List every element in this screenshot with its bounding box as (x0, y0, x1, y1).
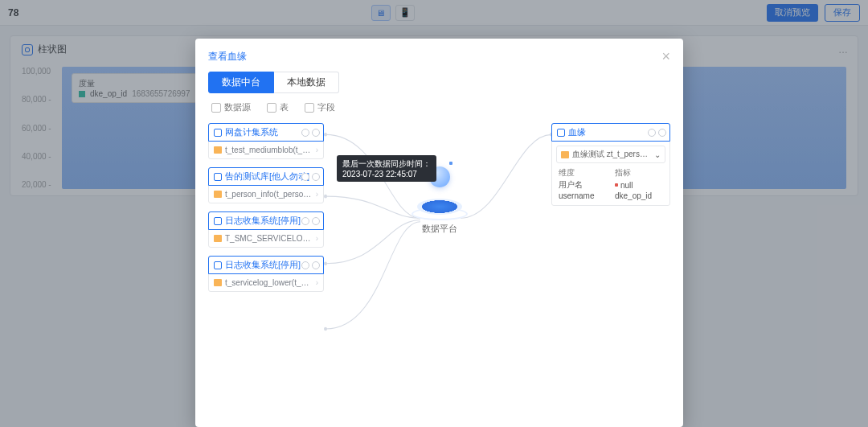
source-node[interactable]: 日志收集系统[停用] t_servicelog_lower(t_servicel… (208, 256, 324, 292)
table-icon (214, 235, 222, 242)
filter-label: 表 (280, 101, 289, 113)
chevron-right-icon[interactable]: › (316, 234, 318, 243)
source-column: 网盘计集系统 t_test_mediumblob(t_test_mediumbl… (208, 123, 324, 292)
source-node[interactable]: 网盘计集系统 t_test_mediumblob(t_test_mediumbl… (208, 123, 324, 159)
table-name: t_person_info(t_person_info) (225, 190, 313, 199)
source-node[interactable]: 告的测试库[他人勿动] t_person_info(t_person_info)… (208, 167, 324, 203)
lineage-modal: 查看血缘 × 数据中台 本地数据 数据源 表 字段 (195, 39, 683, 427)
tab-midplatform[interactable]: 数据中台 (208, 72, 274, 93)
filter-field[interactable]: 字段 (305, 101, 335, 113)
met-cell: dke_op_id (615, 191, 663, 200)
field-table: 维度 指标 用户名 null username dke_op_id (552, 163, 669, 205)
table-icon (214, 146, 222, 154)
table-name: t_servicelog_lower(t_servicelog_lo (225, 278, 313, 287)
datasource-icon (214, 129, 222, 137)
info-icon[interactable] (301, 261, 309, 269)
table-icon (267, 103, 276, 113)
filter-table[interactable]: 表 (267, 101, 289, 113)
target-column: 血缘 血缘测试 zt_t_person_info ⌄ 维度 指标 用户名 nul… (551, 123, 670, 206)
svg-point-3 (324, 327, 327, 331)
datasource-icon (214, 173, 222, 181)
expand-icon[interactable] (658, 129, 666, 137)
field-icon (305, 103, 314, 113)
filter-label: 字段 (317, 101, 335, 113)
null-icon (615, 183, 618, 187)
table-name: T_SMC_SERVICELOG_HISTORY(T_SMC_SERVICELO… (225, 234, 313, 243)
expand-icon[interactable] (312, 173, 320, 181)
filter-label: 数据源 (224, 101, 251, 113)
dim-cell: username (559, 191, 607, 200)
table-name: t_test_mediumblob(t_test_mediumblob) (225, 146, 313, 154)
modal-header: 查看血缘 × (195, 39, 683, 72)
info-icon[interactable] (648, 129, 656, 137)
expand-icon[interactable] (312, 129, 320, 137)
datasource-icon (557, 129, 565, 137)
tooltip-line: 2023-07-23 22:45:07 (342, 170, 431, 179)
info-icon[interactable] (301, 217, 309, 225)
datasource-icon (214, 261, 222, 269)
table-icon (561, 151, 569, 158)
table-icon (214, 279, 222, 286)
target-select[interactable]: 血缘测试 zt_t_person_info ⌄ (556, 146, 665, 163)
svg-point-1 (324, 195, 327, 199)
tab-local[interactable]: 本地数据 (274, 72, 339, 93)
col-dim-head: 维度 (559, 167, 607, 179)
chevron-right-icon[interactable]: › (316, 278, 318, 287)
chevron-right-icon[interactable]: › (316, 146, 318, 154)
target-node[interactable]: 血缘 血缘测试 zt_t_person_info ⌄ 维度 指标 用户名 nul… (551, 123, 670, 206)
close-icon[interactable]: × (661, 48, 670, 65)
tooltip-line: 最后一次数据同步时间： (342, 158, 431, 170)
platform-label: 数据平台 (422, 223, 457, 235)
met-cell: null (615, 179, 663, 191)
lineage-canvas[interactable]: 最后一次数据同步时间： 2023-07-23 22:45:07 网盘计集系统 t… (195, 118, 683, 427)
filter-row: 数据源 表 字段 (195, 93, 683, 118)
datasource-icon (214, 217, 222, 225)
col-met-head: 指标 (615, 167, 663, 179)
modal-tabs: 数据中台 本地数据 (195, 72, 683, 93)
svg-point-2 (324, 261, 327, 265)
dim-cell: 用户名 (559, 179, 607, 191)
chevron-down-icon: ⌄ (654, 150, 661, 159)
target-table: 血缘测试 zt_t_person_info (572, 149, 651, 160)
info-icon[interactable] (301, 129, 309, 137)
modal-title: 查看血缘 (208, 50, 247, 64)
info-icon[interactable] (301, 173, 309, 181)
table-icon (214, 191, 222, 198)
sync-time-tooltip: 最后一次数据同步时间： 2023-07-23 22:45:07 (337, 155, 436, 182)
expand-icon[interactable] (312, 217, 320, 225)
source-node[interactable]: 日志收集系统[停用] T_SMC_SERVICELOG_HISTORY(T_SM… (208, 211, 324, 248)
svg-point-0 (324, 133, 327, 137)
datasource-icon (211, 103, 221, 113)
expand-icon[interactable] (312, 261, 320, 269)
filter-datasource[interactable]: 数据源 (211, 101, 251, 113)
chevron-right-icon[interactable]: › (316, 190, 318, 199)
